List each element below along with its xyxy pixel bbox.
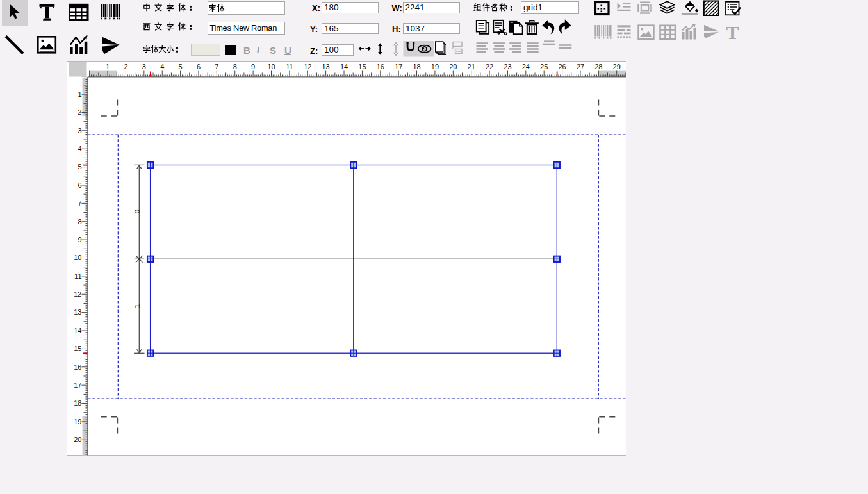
svg-text:4: 4 <box>78 145 81 152</box>
svg-text:26: 26 <box>558 63 566 70</box>
svg-text:20: 20 <box>449 63 457 70</box>
svg-text:1: 1 <box>78 90 81 98</box>
svg-text:24: 24 <box>522 63 530 70</box>
svg-text:4: 4 <box>160 63 164 70</box>
svg-text:6: 6 <box>197 63 201 70</box>
svg-text:1: 1 <box>106 63 110 70</box>
svg-text:2: 2 <box>124 63 127 70</box>
svg-text:25: 25 <box>540 63 548 70</box>
svg-text:2: 2 <box>78 108 81 116</box>
svg-text:12: 12 <box>74 290 81 298</box>
svg-text:17: 17 <box>395 63 402 70</box>
svg-text:10: 10 <box>267 63 275 70</box>
svg-text:18: 18 <box>74 399 81 407</box>
svg-text:14: 14 <box>340 63 348 70</box>
svg-text:0: 0 <box>133 210 141 213</box>
svg-text:8: 8 <box>78 218 81 226</box>
svg-text:14: 14 <box>74 327 81 334</box>
svg-text:20: 20 <box>74 436 81 443</box>
svg-text:16: 16 <box>74 363 81 371</box>
svg-text:29: 29 <box>613 63 621 70</box>
svg-text:28: 28 <box>594 63 602 70</box>
svg-text:11: 11 <box>286 63 293 70</box>
svg-text:13: 13 <box>322 63 329 70</box>
svg-text:T: T <box>726 22 739 43</box>
svg-text:12: 12 <box>304 63 311 70</box>
svg-text:19: 19 <box>431 63 439 70</box>
svg-text:27: 27 <box>577 63 584 70</box>
svg-text:1: 1 <box>133 304 141 308</box>
svg-text:9: 9 <box>78 236 81 243</box>
svg-text:11: 11 <box>74 272 81 280</box>
svg-text:5: 5 <box>179 63 183 70</box>
svg-text:15: 15 <box>74 345 81 352</box>
svg-text:3: 3 <box>78 127 81 135</box>
svg-text:13: 13 <box>74 308 81 316</box>
svg-text:21: 21 <box>468 63 475 70</box>
svg-text:15: 15 <box>358 63 366 70</box>
svg-text:8: 8 <box>233 63 237 70</box>
svg-text:9: 9 <box>251 63 255 70</box>
svg-text:6: 6 <box>78 181 81 189</box>
svg-text:10: 10 <box>74 254 81 261</box>
svg-text:7: 7 <box>78 199 81 207</box>
svg-text:17: 17 <box>74 381 81 389</box>
svg-text:18: 18 <box>413 63 420 70</box>
svg-text:22: 22 <box>486 63 493 70</box>
svg-text:3: 3 <box>142 63 146 70</box>
svg-text:23: 23 <box>504 63 511 70</box>
svg-text:7: 7 <box>215 63 218 70</box>
svg-text:19: 19 <box>74 418 81 425</box>
svg-text:16: 16 <box>377 63 384 70</box>
svg-text:5: 5 <box>78 163 81 170</box>
